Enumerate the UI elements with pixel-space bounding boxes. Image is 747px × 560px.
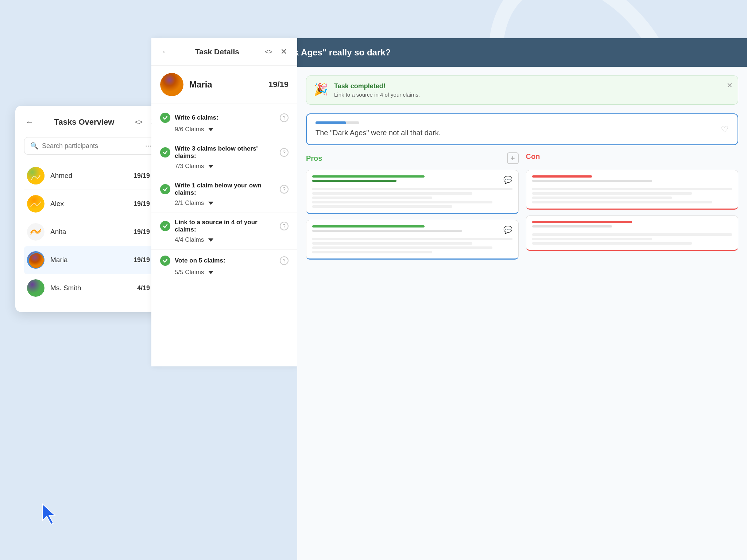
task-claims-count-4: 4/4 Claims	[175, 236, 204, 244]
task-item-link-source: Link to a source in 4 of your claims: ? …	[151, 213, 297, 250]
task-help-icon-5[interactable]: ?	[280, 256, 289, 265]
columns-header: Pros + Con	[306, 152, 738, 164]
participant-item-smith[interactable]: Ms. Smith 4/19 ›	[24, 274, 158, 302]
task-details-actions: <> ✕	[263, 46, 289, 58]
participant-avatar-ahmed	[27, 167, 44, 184]
claims-dropdown-arrow[interactable]	[208, 128, 213, 131]
claim-line	[532, 201, 712, 203]
cons-column	[526, 170, 739, 260]
claims-dropdown-arrow-4[interactable]	[208, 238, 213, 242]
claim-line	[312, 205, 452, 208]
task-help-icon-4[interactable]: ?	[280, 222, 289, 230]
task-claims-count-5: 5/5 Claims	[175, 269, 204, 276]
main-content: 🎉 Task completed! Link to a source in 4 …	[297, 67, 747, 560]
task-label-write-below-own: Write 1 claim below your own claims:	[175, 182, 275, 197]
mouse-cursor	[39, 503, 58, 525]
chat-icon-2[interactable]: 💬	[503, 225, 512, 234]
student-avatar	[160, 73, 183, 96]
claim-bar-red-1	[532, 175, 592, 178]
participant-name-alex: Alex	[50, 200, 133, 208]
student-score: 19/19	[268, 80, 289, 89]
task-item-vote: Vote on 5 claims: ? 5/5 Claims	[151, 250, 297, 282]
claim-line	[532, 242, 692, 245]
task-completed-text: Task completed! Link to a source in 4 of…	[334, 82, 420, 98]
search-icon: 🔍	[30, 142, 38, 150]
tasks-overview-back-button[interactable]: ←	[24, 116, 35, 128]
task-item-write-claims: Write 6 claims: ? 9/6 Claims	[151, 107, 297, 139]
task-complete-icon-5	[160, 256, 170, 266]
task-label-write-below-others: Write 3 claims below others' claims:	[175, 145, 275, 160]
claims-columns: 💬 💬	[306, 170, 738, 260]
add-pro-button[interactable]: +	[507, 152, 519, 164]
tasks-overview-code-button[interactable]: <>	[133, 117, 144, 128]
participant-item-anita[interactable]: Anita 19/19 ›	[24, 218, 158, 246]
claim-bar-medium-1	[532, 180, 652, 182]
claim-line	[312, 188, 512, 190]
task-label-write-claims: Write 6 claims:	[175, 114, 275, 121]
task-complete-icon-4	[160, 221, 170, 231]
participant-item-ahmed[interactable]: Ahmed 19/19 ›	[24, 162, 158, 190]
thesis-bar-fill	[316, 121, 346, 124]
claim-bars-con-1	[532, 175, 732, 184]
search-box: 🔍 ···	[24, 137, 158, 155]
task-help-icon-3[interactable]: ?	[280, 185, 289, 194]
claim-line	[312, 238, 512, 240]
con-claim-card-1	[526, 170, 739, 210]
claim-lines-con-1	[532, 188, 732, 203]
task-help-icon[interactable]: ?	[280, 113, 289, 122]
claims-dropdown-arrow-5[interactable]	[208, 271, 213, 274]
claim-line	[532, 238, 652, 240]
claim-line	[312, 242, 472, 245]
thesis-text: The "Dark Ages" were not all that dark.	[316, 129, 441, 137]
claim-line	[532, 233, 732, 236]
participant-score-maria: 19/19	[133, 256, 150, 264]
claim-line	[312, 192, 472, 195]
task-details-title: Task Details	[195, 47, 239, 56]
claim-bars-con-2	[532, 221, 732, 230]
pro-claim-card-1: 💬	[306, 170, 519, 214]
participant-avatar-anita	[27, 223, 44, 241]
task-details-close-button[interactable]: ✕	[279, 46, 289, 58]
pros-column-header: Pros +	[306, 152, 519, 164]
heart-icon[interactable]: ♡	[721, 124, 729, 135]
claims-dropdown-arrow-3[interactable]	[208, 202, 213, 205]
task-completed-message: Link to a source in 4 of your claims.	[334, 92, 420, 98]
con-claim-card-2	[526, 215, 739, 251]
participant-score-alex: 19/19	[133, 200, 150, 208]
claim-lines-2	[312, 238, 512, 253]
task-claims-count: 9/6 Claims	[175, 126, 204, 133]
claim-bar-short-1	[532, 225, 612, 228]
chat-icon[interactable]: 💬	[503, 175, 512, 184]
more-options-icon[interactable]: ···	[145, 141, 152, 151]
task-complete-icon-2	[160, 147, 170, 158]
claim-line	[312, 201, 492, 203]
pro-claim-card-2: 💬	[306, 220, 519, 260]
task-complete-icon	[160, 113, 170, 123]
claim-line	[312, 197, 432, 199]
claim-bar-4	[312, 230, 462, 232]
claim-bar-red-2	[532, 221, 632, 223]
tasks-overview-title: Tasks Overview	[54, 117, 115, 127]
thesis-progress-bar	[316, 121, 359, 124]
participant-name-ahmed: Ahmed	[50, 172, 133, 180]
participant-score-ahmed: 19/19	[133, 172, 150, 180]
claims-dropdown-arrow-2[interactable]	[208, 165, 213, 168]
celebration-icon: 🎉	[314, 82, 328, 96]
claim-lines	[312, 188, 512, 208]
notification-close-button[interactable]: ✕	[727, 81, 733, 90]
task-details-back-button[interactable]: ←	[160, 46, 171, 58]
task-claims-count-2: 7/3 Claims	[175, 163, 204, 170]
task-item-write-below-own: Write 1 claim below your own claims: ? 2…	[151, 176, 297, 213]
search-participants-input[interactable]	[42, 142, 142, 150]
participant-item-maria[interactable]: Maria 19/19 ›	[24, 246, 158, 274]
participant-item-alex[interactable]: Alex 19/19 ›	[24, 190, 158, 218]
participant-avatar-maria	[27, 251, 44, 269]
task-details-code-button[interactable]: <>	[263, 47, 274, 57]
participant-list: Ahmed 19/19 › Alex 19/19 ›	[24, 162, 158, 302]
participant-score-anita: 19/19	[133, 228, 150, 236]
svg-point-5	[27, 279, 44, 297]
task-details-panel: ← Task Details <> ✕ Maria 19/19	[151, 38, 297, 366]
task-help-icon-2[interactable]: ?	[280, 148, 289, 157]
participant-name-smith: Ms. Smith	[50, 284, 137, 292]
claim-bars-2	[312, 225, 500, 234]
